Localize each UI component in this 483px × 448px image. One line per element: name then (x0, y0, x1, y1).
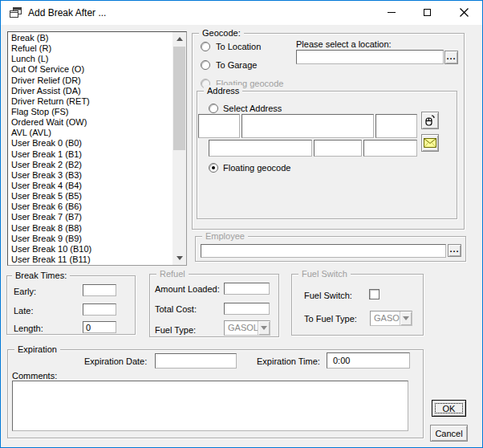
length-input[interactable] (83, 321, 116, 333)
to-fuel-type-value: GASOL (371, 312, 400, 325)
length-label: Length: (14, 324, 43, 334)
address-field-1[interactable] (198, 114, 240, 138)
select-address-radio[interactable] (209, 104, 218, 113)
late-input[interactable] (83, 303, 116, 316)
ok-button[interactable]: OK (432, 400, 466, 417)
scroll-up-button[interactable] (172, 32, 186, 46)
break-type-listbox[interactable]: Break (B)Refuel (R)Lunch (L)Out Of Servi… (7, 31, 187, 266)
title-bar: Add Break After ... (1, 1, 482, 25)
scroll-down-button[interactable] (172, 251, 186, 265)
location-browse-button[interactable]: ... (444, 51, 458, 64)
select-address-label: Select Address (223, 104, 282, 114)
list-item[interactable]: Ordered Wait (OW) (9, 117, 172, 128)
to-garage-radio[interactable] (201, 60, 210, 70)
list-item[interactable]: User Break 3 (B3) (9, 170, 172, 181)
list-item[interactable]: User Break 7 (B7) (9, 212, 172, 222)
break-type-list: Break (B)Refuel (R)Lunch (L)Out Of Servi… (9, 33, 172, 264)
to-garage-label: To Garage (216, 60, 257, 71)
add-break-after-dialog: Add Break After ... Break (B)Refuel (R)L… (0, 0, 483, 448)
late-label: Late: (14, 306, 33, 316)
expiration-date-label: Expiration Date: (84, 356, 147, 367)
scroll-thumb[interactable] (173, 47, 185, 150)
floating-geocode-radio[interactable] (209, 163, 218, 173)
list-item[interactable]: Lunch (L) (9, 54, 172, 64)
employee-group-title: Employee (202, 230, 248, 242)
to-fuel-type-label: To Fuel Type: (304, 314, 357, 324)
list-item[interactable]: User Break 9 (B9) (9, 234, 172, 244)
arrow-down-icon (177, 256, 183, 260)
fuel-type-combo: GASOL (224, 320, 270, 336)
window-title: Add Break After ... (28, 1, 106, 25)
total-cost-input[interactable] (224, 303, 270, 315)
minimize-icon (388, 12, 396, 13)
geocode-group-title: Geocode: (199, 27, 244, 39)
total-cost-label: Total Cost: (155, 304, 197, 315)
list-item[interactable]: User Break 2 (B2) (9, 160, 172, 170)
amount-loaded-label: Amount Loaded: (155, 284, 220, 295)
expiration-group-title: Expiration (14, 344, 60, 355)
form-icon (10, 7, 22, 18)
list-scrollbar[interactable] (172, 32, 186, 265)
address-field-6[interactable] (363, 140, 417, 157)
list-item[interactable]: User Break 11 (B11) (9, 255, 172, 264)
employee-input[interactable] (201, 244, 446, 258)
address-field-2[interactable] (242, 114, 374, 138)
maximize-button[interactable] (409, 1, 445, 24)
list-item[interactable]: Break (B) (9, 33, 172, 43)
fuel-switch-label: Fuel Switch: (304, 291, 352, 301)
early-label: Early: (14, 287, 36, 297)
early-input[interactable] (83, 284, 116, 296)
address-field-3[interactable] (375, 114, 417, 138)
break-times-group-title: Break Times: (12, 270, 70, 281)
list-item[interactable]: User Break 6 (B6) (9, 202, 172, 212)
fuel-type-value: GASOL (225, 321, 258, 335)
refuel-group-title: Refuel (156, 268, 189, 279)
list-item[interactable]: Flag Stop (FS) (9, 107, 172, 117)
list-item[interactable]: Driver Relief (DR) (9, 75, 172, 86)
fuel-type-label: Fuel Type: (155, 325, 196, 336)
list-item[interactable]: Driver Assist (DA) (9, 86, 172, 96)
amount-loaded-input[interactable] (224, 283, 270, 295)
list-item[interactable]: Refuel (R) (9, 43, 172, 54)
list-item[interactable]: User Break 8 (B8) (9, 223, 172, 234)
address-field-4[interactable] (209, 140, 312, 157)
geocode-mouse-button[interactable] (421, 112, 439, 129)
to-location-radio[interactable] (201, 42, 210, 51)
fuel-type-dropdown-button (258, 321, 270, 335)
arrow-up-icon (177, 37, 183, 41)
list-item[interactable]: User Break 5 (B5) (9, 191, 172, 202)
floating-geocode-label: Floating geocode (223, 163, 290, 173)
chevron-down-icon (403, 316, 409, 320)
to-fuel-type-dropdown-button (400, 312, 412, 325)
to-fuel-type-combo: GASOL (370, 311, 412, 326)
list-item[interactable]: Driver Return (RET) (9, 96, 172, 107)
expiration-time-input[interactable] (327, 352, 410, 369)
geocode-mail-button[interactable] (421, 134, 439, 152)
comments-textarea[interactable] (12, 381, 408, 431)
maximize-icon (424, 9, 431, 16)
chevron-down-icon (261, 326, 267, 330)
list-item[interactable]: User Break 1 (B1) (9, 149, 172, 160)
fuel-switch-group-title: Fuel Switch (298, 268, 351, 279)
mouse-icon (424, 114, 436, 127)
fuel-switch-group: Fuel Switch (291, 274, 424, 336)
select-location-label: Please select a location: (296, 39, 392, 50)
envelope-icon (424, 138, 436, 148)
list-item[interactable]: AVL (AVL) (9, 128, 172, 138)
list-item[interactable]: User Break 10 (B10) (9, 244, 172, 255)
list-item[interactable]: Out Of Service (O) (9, 64, 172, 75)
location-input[interactable] (296, 50, 444, 64)
cancel-button[interactable]: Cancel (430, 425, 468, 442)
expiration-time-label: Expiration Time: (257, 356, 320, 367)
expiration-date-input[interactable] (155, 353, 237, 369)
employee-browse-button[interactable]: ... (448, 244, 461, 257)
minimize-button[interactable] (373, 1, 409, 24)
list-item[interactable]: User Break 4 (B4) (9, 181, 172, 191)
address-field-5[interactable] (314, 140, 362, 157)
close-button[interactable] (445, 1, 482, 24)
list-item[interactable]: User Break 0 (B0) (9, 138, 172, 149)
to-location-label: To Location (216, 42, 261, 52)
close-icon (460, 8, 469, 17)
address-group-title: Address (204, 85, 242, 96)
fuel-switch-checkbox[interactable] (369, 289, 380, 299)
